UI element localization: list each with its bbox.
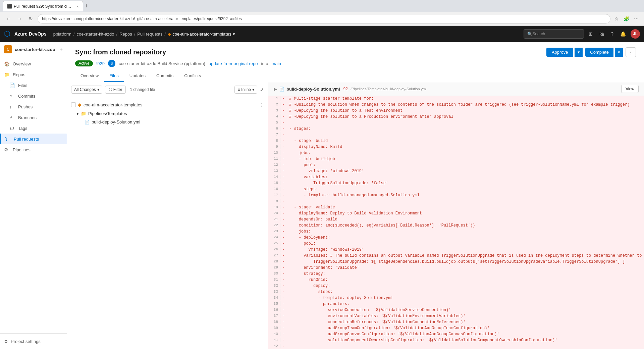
- user-avatar[interactable]: JL: [631, 29, 640, 39]
- files-area: All Changes ▾ ⬡ Filter 1 changed file ≡ …: [67, 82, 644, 349]
- new-tab-button[interactable]: +: [85, 3, 88, 10]
- add-project-button[interactable]: +: [60, 46, 63, 52]
- help-button[interactable]: ?: [609, 29, 615, 39]
- project-settings-item[interactable]: ⚙ Project settings: [4, 336, 63, 347]
- back-button[interactable]: ←: [4, 15, 13, 23]
- root-checkbox[interactable]: [71, 102, 76, 107]
- grid-view-button[interactable]: ⊞: [587, 29, 595, 39]
- expand-view-button[interactable]: ⤢: [260, 87, 264, 92]
- close-tab-button[interactable]: ×: [77, 4, 79, 8]
- search-box: 🔍: [524, 29, 584, 39]
- line-sign: -: [280, 326, 286, 331]
- line-sign: -: [280, 235, 286, 240]
- all-changes-dropdown[interactable]: All Changes ▾: [71, 86, 102, 94]
- top-nav-right: 🔍 ⊞ 🛍 ? 🔔 JL: [524, 29, 640, 39]
- file-panel: All Changes ▾ ⬡ Filter 1 changed file ≡ …: [67, 82, 268, 349]
- inline-view-label: Inline: [241, 87, 251, 92]
- line-number: 35: [268, 301, 280, 306]
- complete-dropdown-button[interactable]: ▾: [615, 48, 623, 57]
- diff-line: 28- TriggerSolutionUpgrade: $[ stageDepe…: [268, 259, 644, 265]
- tab-conflicts[interactable]: Conflicts: [179, 70, 206, 82]
- view-chevron-icon: ▾: [252, 87, 254, 92]
- bookmark-button[interactable]: ☆: [613, 15, 620, 23]
- search-input[interactable]: [532, 32, 573, 36]
- sidebar-item-branches[interactable]: ⑂ Branches: [0, 112, 67, 123]
- repos-icon: 📁: [4, 72, 10, 77]
- pr-source-branch[interactable]: update-from-original-repo: [209, 61, 258, 66]
- tab-updates[interactable]: Updates: [124, 70, 151, 82]
- line-code: runOnce:: [286, 277, 330, 283]
- line-code: vmImage: 'windows-2019': [286, 168, 367, 174]
- breadcrumb-sep-3: /: [165, 32, 166, 37]
- more-browser-button[interactable]: ⋯: [633, 15, 640, 23]
- sidebar-item-pipelines[interactable]: ⚙ Pipelines: [0, 144, 67, 155]
- sidebar-item-branches-label: Branches: [18, 115, 37, 120]
- line-sign: -: [280, 313, 286, 319]
- tab-overview[interactable]: Overview: [75, 70, 104, 82]
- approve-button[interactable]: Approve: [546, 48, 573, 57]
- tab-commits[interactable]: Commits: [151, 70, 179, 82]
- all-changes-chevron-icon: ▾: [97, 87, 99, 92]
- line-number: 40: [268, 332, 280, 336]
- repo-more-icon[interactable]: ⋮: [260, 102, 264, 107]
- line-sign: -: [280, 168, 286, 174]
- extensions-button[interactable]: 🧩: [622, 15, 631, 23]
- filter-button[interactable]: ⬡ Filter: [105, 86, 126, 94]
- view-toggle[interactable]: ≡ Inline ▾: [234, 86, 257, 94]
- sidebar-item-pushes-label: Pushes: [18, 104, 33, 109]
- line-number: 36: [268, 307, 280, 312]
- pr-header: Sync from cloned repository Approve ▾ Co…: [67, 42, 644, 82]
- line-number: 32: [268, 283, 280, 288]
- diff-view-button[interactable]: View: [621, 85, 639, 93]
- line-code: deploy:: [286, 283, 333, 289]
- line-sign: -: [280, 271, 286, 277]
- line-sign: -: [280, 126, 286, 132]
- breadcrumb-org[interactable]: coe-starter-kit-azdo: [77, 32, 114, 37]
- line-sign: -: [280, 229, 286, 234]
- sidebar-item-repos[interactable]: 📁 Repos: [0, 69, 67, 80]
- line-code: - template: deploy-Solution.yml: [286, 295, 396, 301]
- file-name: build-deploy-Solution.yml: [92, 119, 140, 124]
- line-number: 42: [268, 344, 280, 348]
- breadcrumb-prs[interactable]: Pull requests: [137, 32, 162, 37]
- line-number: 23: [268, 229, 280, 234]
- address-bar[interactable]: [38, 14, 610, 23]
- line-code: solutionComponentOwnershipConfiguration:…: [286, 338, 560, 343]
- sidebar-item-files[interactable]: 📄 Files: [0, 80, 67, 91]
- shopping-bag-button[interactable]: 🛍: [597, 29, 606, 39]
- more-actions-button[interactable]: ⋮: [626, 47, 636, 57]
- line-sign: -: [280, 283, 286, 289]
- line-number: 24: [268, 235, 280, 240]
- sidebar-item-overview[interactable]: 🏠 Overview: [0, 58, 67, 69]
- file-tree-file[interactable]: 📄 build-deploy-Solution.yml: [67, 118, 268, 126]
- notifications-button[interactable]: 🔔: [618, 29, 628, 39]
- breadcrumb-sep-1: /: [116, 32, 118, 37]
- forward-button[interactable]: →: [15, 15, 24, 23]
- sidebar-item-pull-requests[interactable]: ⤵ Pull requests: [0, 134, 67, 144]
- file-tree-folder[interactable]: ▾ 📁 Pipelines/Templates: [67, 109, 268, 118]
- line-code: steps:: [286, 187, 321, 192]
- diff-line: 13- vmImage: 'windows-2019': [268, 168, 644, 174]
- line-code: displayName: Build: [286, 144, 345, 150]
- breadcrumb-pplatform[interactable]: pplatform: [53, 32, 71, 37]
- pr-icon: ⤵: [5, 136, 11, 142]
- pr-target-branch[interactable]: main: [272, 61, 281, 66]
- line-sign: -: [280, 144, 286, 150]
- complete-button[interactable]: Complete: [585, 48, 613, 57]
- sidebar-item-tags[interactable]: 🏷 Tags: [0, 123, 67, 134]
- breadcrumb-dropdown-icon[interactable]: ▾: [233, 32, 235, 37]
- filter-icon: ⬡: [109, 87, 112, 92]
- line-sign: -: [280, 277, 286, 283]
- approve-dropdown-button[interactable]: ▾: [575, 48, 583, 57]
- line-number: 9: [268, 144, 280, 149]
- breadcrumb-repos[interactable]: Repos: [119, 32, 132, 37]
- sidebar-item-commits[interactable]: ○ Commits: [0, 91, 67, 101]
- line-number: 11: [268, 156, 280, 161]
- inline-view-icon: ≡: [237, 87, 240, 92]
- sidebar-footer: ⚙ Project settings: [0, 333, 67, 349]
- refresh-button[interactable]: ↻: [27, 15, 35, 23]
- sidebar-item-pushes[interactable]: ↑ Pushes: [0, 101, 67, 112]
- tab-files[interactable]: Files: [104, 70, 124, 82]
- active-tab[interactable]: ⬛ Pull request 929: Sync from clon... ×: [3, 1, 83, 11]
- line-sign: -: [280, 120, 286, 126]
